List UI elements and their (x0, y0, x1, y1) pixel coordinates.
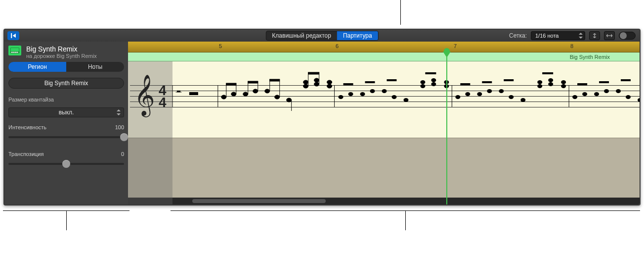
svg-rect-3 (12, 52, 13, 53)
grid-select[interactable]: 1/16 нота (531, 31, 585, 40)
svg-point-35 (303, 84, 308, 88)
playhead-line[interactable] (446, 61, 447, 205)
pre-region-dim (128, 61, 172, 205)
view-tab-segment: Клавишный редактор Партитура (265, 31, 378, 41)
bar-ruler[interactable]: 5 6 7 8 (128, 42, 640, 52)
svg-rect-2 (11, 52, 12, 53)
instrument-icon (8, 46, 21, 55)
svg-rect-41 (308, 72, 319, 74)
svg-rect-5 (15, 52, 16, 53)
svg-rect-27 (248, 81, 258, 83)
catch-playhead-button[interactable] (7, 31, 19, 40)
tab-keyboard-editor[interactable]: Клавишный редактор (266, 31, 337, 40)
svg-rect-22 (226, 83, 236, 85)
ruler-tick: 8 (570, 43, 573, 49)
track-subtitle: на дорожке Big Synth Remix (26, 53, 97, 59)
tab-score[interactable]: Партитура (337, 31, 378, 40)
ruler-tick: 5 (219, 43, 222, 49)
region-title: Big Synth Remix (26, 46, 97, 53)
svg-rect-1 (11, 48, 19, 51)
svg-point-28 (265, 89, 270, 93)
svg-point-33 (287, 98, 292, 102)
score-area: 5 6 7 8 Big Synth Remix (128, 42, 640, 205)
playhead[interactable] (446, 52, 447, 61)
region-band-name: Big Synth Remix (570, 54, 610, 60)
inspector-panel: Big Synth Remix на дорожке Big Synth Rem… (4, 42, 128, 205)
svg-point-38 (314, 82, 319, 86)
horizontal-autozoom-button[interactable] (604, 31, 615, 40)
staff-strip: 𝄞 4 4 𝄼 (128, 61, 640, 138)
vertical-autozoom-button[interactable] (589, 31, 600, 40)
grid-label: Сетка: (509, 32, 527, 39)
svg-point-43 (327, 80, 332, 84)
ruler-tick: 6 (336, 43, 339, 49)
transpose-slider[interactable] (8, 163, 124, 165)
tab-notes[interactable]: Ноты (66, 62, 124, 72)
ruler-tick: 7 (454, 43, 457, 49)
region-band[interactable]: Big Synth Remix (128, 52, 640, 61)
notation-graphic: 𝄞 4 4 𝄼 (128, 61, 640, 138)
intensity-slider[interactable] (8, 136, 124, 138)
auto-zoom-switch[interactable] (619, 32, 636, 40)
quantize-label: Размер квантайза (8, 97, 124, 103)
transpose-value: 0 (121, 151, 124, 157)
svg-rect-4 (14, 52, 15, 53)
score-editor-window: Клавишный редактор Партитура Сетка: 1/16… (3, 29, 641, 206)
svg-rect-7 (17, 52, 18, 53)
tab-region[interactable]: Регион (8, 62, 66, 72)
stepper-icon (117, 109, 121, 115)
intensity-label: Интенсивность (8, 124, 46, 130)
scroll-thumb[interactable] (192, 199, 326, 203)
inspector-tab-segment: Регион Ноты (8, 62, 124, 72)
svg-point-20 (231, 92, 236, 96)
svg-rect-17 (189, 92, 198, 95)
score-body[interactable]: 𝄞 4 4 𝄼 (128, 61, 640, 205)
stepper-icon (579, 33, 583, 39)
svg-point-42 (327, 84, 332, 88)
quantize-select[interactable]: выкл. (8, 107, 124, 117)
transpose-label: Транспозиция (8, 151, 43, 157)
editor-toolbar: Клавишный редактор Партитура Сетка: 1/16… (4, 30, 640, 42)
grid-select-value: 1/16 нота (535, 33, 558, 39)
svg-point-39 (314, 78, 319, 82)
region-name-field[interactable]: Big Synth Remix (8, 78, 124, 89)
svg-point-25 (253, 89, 258, 93)
svg-rect-6 (16, 52, 17, 53)
svg-point-23 (243, 92, 248, 96)
svg-point-30 (275, 95, 280, 99)
svg-point-18 (221, 95, 226, 99)
horizontal-scrollbar[interactable] (128, 198, 640, 205)
svg-rect-32 (270, 79, 280, 81)
intensity-value: 100 (115, 124, 124, 130)
svg-text:𝄼: 𝄼 (175, 90, 182, 93)
svg-point-36 (303, 80, 308, 84)
